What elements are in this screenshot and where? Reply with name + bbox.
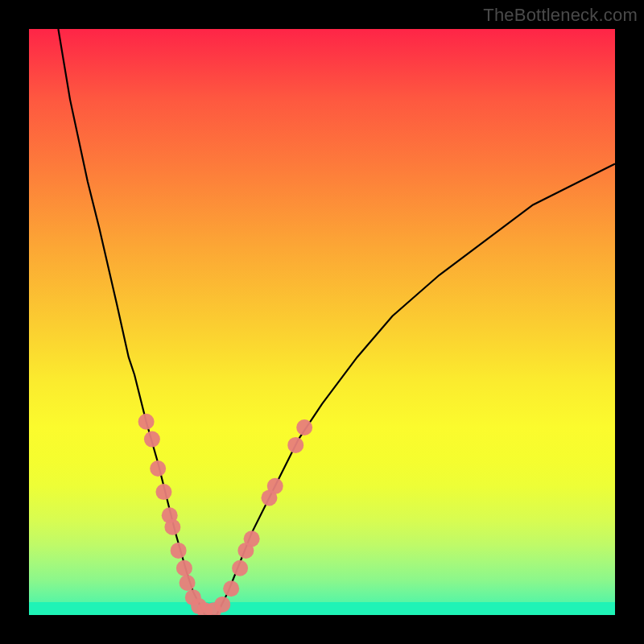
data-marker	[164, 519, 180, 535]
data-marker	[138, 414, 155, 430]
data-marker	[180, 575, 196, 591]
data-marker	[223, 580, 239, 597]
data-marker	[244, 530, 260, 547]
watermark-text: TheBottleneck.com	[483, 5, 638, 26]
data-marker	[176, 560, 192, 576]
marker-group	[138, 414, 313, 615]
bottleneck-curve-path	[58, 29, 615, 615]
data-marker	[232, 560, 248, 576]
data-marker	[150, 460, 166, 477]
plot-area	[29, 29, 615, 615]
data-marker	[214, 597, 230, 613]
data-marker	[296, 419, 312, 436]
chart-svg	[29, 29, 615, 615]
data-marker	[267, 478, 283, 494]
data-marker	[155, 484, 171, 500]
data-marker	[171, 543, 187, 559]
data-marker	[144, 431, 160, 448]
chart-root: TheBottleneck.com	[0, 0, 644, 644]
data-marker	[287, 437, 303, 453]
